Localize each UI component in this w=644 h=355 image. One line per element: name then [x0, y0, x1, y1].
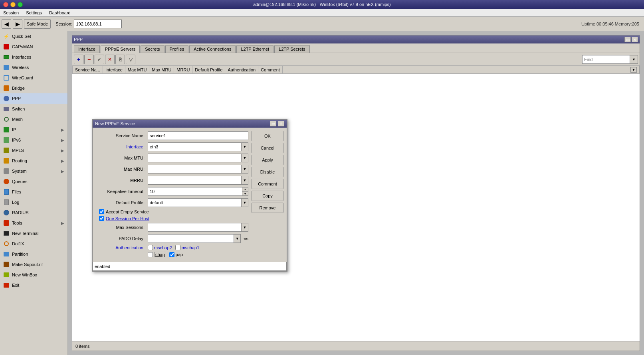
accept-empty-checkbox[interactable] [99, 209, 104, 214]
forward-button[interactable]: ▶ [13, 19, 22, 29]
max-mru-input[interactable] [148, 165, 241, 174]
enable-button[interactable]: ✓ [95, 55, 104, 64]
sidebar-item-bridge[interactable]: Bridge [0, 83, 67, 93]
sidebar-item-switch[interactable]: Switch [0, 104, 67, 114]
max-sessions-input[interactable] [148, 223, 241, 232]
sidebar-item-ip[interactable]: IP ▶ [0, 124, 67, 135]
dialog-close-button[interactable]: ✕ [278, 121, 284, 126]
switch-icon [3, 106, 10, 112]
mschap2-checkbox[interactable] [148, 245, 153, 250]
session-input[interactable] [74, 20, 122, 28]
remove-button[interactable]: − [84, 55, 94, 64]
sidebar-item-wireguard[interactable]: WireGuard [0, 73, 67, 83]
sidebar-item-ipv6[interactable]: IPv6 ▶ [0, 135, 67, 145]
max-sessions-dropdown[interactable]: ▼ [241, 223, 248, 232]
keepalive-down[interactable]: ▼ [242, 191, 248, 196]
sidebar-item-queues[interactable]: Queues [0, 176, 67, 187]
sidebar-item-interfaces[interactable]: Interfaces [0, 52, 67, 62]
interface-input[interactable] [148, 142, 241, 151]
remove-button[interactable]: Remove [252, 203, 283, 213]
apply-button[interactable]: Apply [252, 155, 283, 165]
comment-button[interactable]: Comment [252, 179, 283, 189]
menu-session[interactable]: Session [2, 10, 20, 16]
find-input[interactable] [582, 55, 630, 64]
sidebar-item-capsman[interactable]: CAPsMAN [0, 41, 67, 52]
tab-profiles[interactable]: Profiles [165, 45, 189, 53]
max-mtu-dropdown[interactable]: ▼ [241, 154, 248, 162]
mrru-dropdown[interactable]: ▼ [241, 176, 248, 185]
sidebar-item-routing[interactable]: Routing ▶ [0, 156, 67, 166]
pado-delay-unit: ms [242, 236, 248, 241]
default-profile-input[interactable] [148, 198, 241, 207]
ppp-window-controls[interactable]: ▭ ✕ [624, 37, 638, 42]
dialog-restore-button[interactable]: ▭ [270, 121, 276, 126]
find-dropdown[interactable]: ▼ [630, 55, 638, 64]
sidebar-item-ppp[interactable]: PPP [0, 93, 67, 104]
sidebar-item-tools[interactable]: Tools ▶ [0, 218, 67, 228]
tab-active-connections[interactable]: Active Connections [189, 45, 236, 53]
keepalive-input[interactable] [148, 187, 242, 196]
safe-mode-button[interactable]: Safe Mode [24, 19, 51, 29]
dialog-status-text: enabled [95, 264, 110, 269]
copy-button[interactable]: ⎘ [115, 55, 125, 64]
one-session-checkbox[interactable] [99, 216, 104, 221]
keepalive-up[interactable]: ▲ [242, 187, 248, 191]
pado-delay-dropdown[interactable]: ▼ [234, 234, 241, 243]
chap-checkbox[interactable] [148, 252, 153, 257]
dialog-title-controls[interactable]: ▭ ✕ [269, 121, 284, 126]
pap-checkbox[interactable] [169, 252, 174, 257]
copy-button[interactable]: Copy [252, 191, 283, 201]
sidebar-item-log[interactable]: Log [0, 197, 67, 207]
back-button[interactable]: ◀ [2, 19, 11, 29]
wireguard-icon [3, 75, 10, 81]
menu-settings[interactable]: Settings [24, 10, 44, 16]
auth-checkboxes: mschap2 mschap1 [148, 245, 199, 250]
sidebar-item-wireless[interactable]: Wireless [0, 62, 67, 73]
interface-dropdown[interactable]: ▼ [241, 142, 248, 151]
minimize-button[interactable] [10, 2, 16, 7]
max-mru-row: Max MRU: ▼ [96, 164, 248, 174]
close-button[interactable] [3, 2, 8, 7]
window-controls[interactable] [3, 2, 23, 7]
service-name-input[interactable] [148, 131, 248, 140]
col-default-profile: Default Profile [192, 66, 225, 74]
cancel-button[interactable]: Cancel [252, 143, 283, 153]
sidebar-item-new-winbox[interactable]: New WinBox [0, 270, 67, 280]
default-profile-dropdown[interactable]: ▼ [241, 198, 248, 207]
tab-pppoe-servers[interactable]: PPPoE Servers [101, 45, 140, 53]
sidebar-item-mpls[interactable]: MPLS ▶ [0, 145, 67, 156]
sidebar-item-files[interactable]: Files [0, 187, 67, 197]
sidebar-item-new-terminal[interactable]: New Terminal [0, 228, 67, 239]
filter-button[interactable]: ▽ [126, 55, 135, 64]
sidebar: ⚡ Quick Set CAPsMAN Interfaces Wireless [0, 31, 68, 355]
sidebar-item-partition[interactable]: Partition [0, 249, 67, 259]
tools-arrow: ▶ [61, 221, 64, 225]
pado-delay-input[interactable] [148, 234, 234, 243]
menu-dashboard[interactable]: Dashboard [48, 10, 72, 16]
max-mtu-input[interactable] [148, 154, 241, 162]
mschap1-checkbox[interactable] [175, 245, 180, 250]
tab-l2tp-secrets[interactable]: L2TP Secrets [274, 45, 309, 53]
sidebar-item-radius[interactable]: RADIUS [0, 207, 67, 218]
log-icon [3, 199, 10, 205]
sidebar-item-dot1x[interactable]: Dot1X [0, 239, 67, 249]
add-button[interactable]: + [74, 55, 83, 64]
tab-l2tp-ethernet[interactable]: L2TP Ethernet [236, 45, 273, 53]
maximize-button[interactable] [18, 2, 23, 7]
sidebar-item-exit[interactable]: Exit [0, 280, 67, 290]
mrru-input[interactable] [148, 176, 241, 185]
ppp-title-bar: PPP ▭ ✕ [72, 36, 640, 43]
sidebar-item-system[interactable]: System ▶ [0, 166, 67, 176]
disable-button[interactable]: Disable [252, 167, 283, 177]
sidebar-item-mesh[interactable]: Mesh [0, 114, 67, 124]
disable-button[interactable]: ✕ [105, 55, 115, 64]
sidebar-item-quick-set[interactable]: ⚡ Quick Set [0, 31, 67, 41]
ppp-close-button[interactable]: ✕ [632, 37, 638, 42]
ok-button[interactable]: OK [252, 131, 283, 141]
tab-interface[interactable]: Interface [74, 45, 100, 53]
max-mru-dropdown[interactable]: ▼ [241, 165, 248, 174]
tab-secrets[interactable]: Secrets [141, 45, 164, 53]
sidebar-item-make-supout[interactable]: Make Supout.rif [0, 259, 67, 270]
pap-label: pap [176, 252, 183, 257]
ppp-restore-button[interactable]: ▭ [624, 37, 631, 42]
